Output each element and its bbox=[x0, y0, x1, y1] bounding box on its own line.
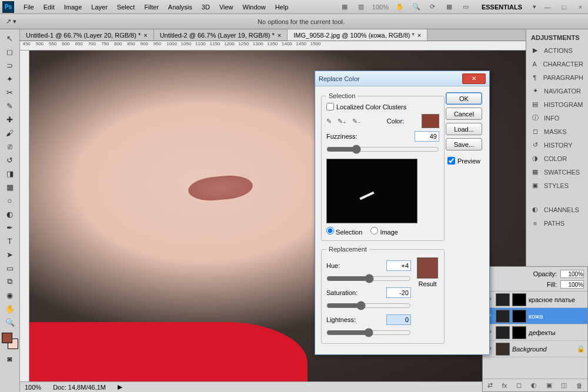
menu-analysis[interactable]: Analysis bbox=[163, 4, 197, 11]
panel-color[interactable]: ◑COLOR bbox=[526, 152, 588, 165]
3d-camera-tool[interactable]: ◉ bbox=[3, 289, 17, 301]
panel-paragraph[interactable]: ¶PARAGRAPH bbox=[526, 71, 588, 84]
doc-tab[interactable]: Untitled-2 @ 66.7% (Layer 19, RGB/8) *× bbox=[154, 29, 288, 41]
fill-input[interactable] bbox=[560, 280, 584, 289]
pen-tool[interactable]: ✒ bbox=[3, 221, 17, 234]
panel-info[interactable]: ⓘINFO bbox=[526, 111, 588, 125]
eyedropper-sub-icon[interactable]: ✎₋ bbox=[352, 118, 361, 125]
path-select-tool[interactable]: ➤ bbox=[3, 248, 17, 261]
preview-checkbox[interactable] bbox=[447, 157, 455, 165]
menu-filter[interactable]: Filter bbox=[139, 4, 163, 11]
fuzziness-input[interactable] bbox=[415, 131, 439, 142]
panel-paths[interactable]: ≡PATHS bbox=[526, 216, 588, 230]
layer-row[interactable]: 👁кожа bbox=[483, 308, 587, 324]
selection-color-swatch[interactable] bbox=[422, 114, 439, 128]
panel-actions[interactable]: ▶ACTIONS bbox=[526, 43, 588, 57]
lasso-tool[interactable]: ⊃ bbox=[3, 59, 17, 72]
rotate-icon[interactable]: ⟳ bbox=[427, 2, 438, 12]
cancel-button[interactable]: Cancel bbox=[446, 108, 482, 120]
shape-tool[interactable]: ▭ bbox=[3, 262, 17, 274]
panel-history[interactable]: ↺HISTORY bbox=[526, 138, 588, 152]
menu-edit[interactable]: Edit bbox=[39, 4, 59, 11]
radio-image[interactable] bbox=[370, 227, 378, 234]
3d-tool[interactable]: ⧉ bbox=[3, 275, 17, 288]
quick-select-tool[interactable]: ✦ bbox=[3, 72, 17, 85]
panel-channels[interactable]: ◐CHANNELS bbox=[526, 203, 588, 216]
brush-tool[interactable]: 🖌 bbox=[3, 126, 17, 139]
move-tool[interactable]: ↖ bbox=[3, 32, 17, 45]
delete-layer-icon[interactable]: 🗑 bbox=[576, 382, 583, 389]
sat-input[interactable] bbox=[386, 287, 411, 298]
dodge-tool[interactable]: ◐ bbox=[3, 207, 17, 220]
zoom-icon[interactable]: 🔍 bbox=[411, 2, 422, 12]
eyedropper-tool[interactable]: ✎ bbox=[3, 99, 17, 112]
panel-swatches[interactable]: ▦SWATCHES bbox=[526, 165, 588, 179]
menu-help[interactable]: Help bbox=[270, 4, 293, 11]
quickmask-tool[interactable]: ◙ bbox=[3, 352, 17, 365]
layer-row[interactable]: 👁красное платье bbox=[483, 292, 587, 308]
layer-row[interactable]: 👁Background🔒 bbox=[483, 341, 587, 357]
ok-button[interactable]: OK bbox=[446, 92, 482, 105]
light-slider[interactable] bbox=[326, 328, 411, 337]
layer-thumb[interactable] bbox=[496, 326, 510, 339]
new-layer-icon[interactable]: ◫ bbox=[561, 381, 567, 389]
blur-tool[interactable]: ○ bbox=[3, 194, 17, 207]
stamp-tool[interactable]: ⎚ bbox=[3, 140, 17, 153]
healing-tool[interactable]: ✚ bbox=[3, 113, 17, 126]
status-zoom[interactable]: 100% bbox=[25, 384, 41, 391]
adjustment-layer-icon[interactable]: ◐ bbox=[531, 381, 537, 389]
panel-styles[interactable]: ▣STYLES bbox=[526, 179, 588, 192]
layer-row[interactable]: 👁дефекты bbox=[483, 324, 587, 341]
panel-adjustments[interactable]: ADJUSTMENTS bbox=[526, 32, 588, 43]
crop-tool[interactable]: ✂ bbox=[3, 86, 17, 99]
tab-close-icon[interactable]: × bbox=[278, 32, 281, 39]
light-input[interactable] bbox=[386, 314, 411, 325]
marquee-tool[interactable]: ◻ bbox=[3, 45, 17, 58]
localized-checkbox[interactable] bbox=[326, 103, 334, 110]
zoom-level[interactable]: 100% bbox=[372, 4, 389, 11]
selection-preview[interactable] bbox=[326, 159, 417, 223]
doc-tab[interactable]: IMG_9058-2.jpg @ 100% (кожа, RGB/8) *× bbox=[288, 29, 427, 41]
menu-image[interactable]: Image bbox=[59, 4, 87, 11]
restore-icon[interactable]: □ bbox=[559, 2, 569, 12]
layer-mask-icon[interactable]: ◻ bbox=[516, 381, 522, 389]
close-icon[interactable]: × bbox=[575, 2, 586, 12]
gradient-tool[interactable]: ▦ bbox=[3, 180, 17, 193]
panel-masks[interactable]: ◻MASKS bbox=[526, 125, 588, 138]
group-icon[interactable]: ▣ bbox=[546, 381, 552, 389]
dialog-titlebar[interactable]: Replace Color ✕ bbox=[315, 71, 489, 86]
dialog-close-button[interactable]: ✕ bbox=[462, 73, 486, 84]
panel-navigator[interactable]: ✦NAVIGATOR bbox=[526, 84, 588, 98]
minimize-icon[interactable]: — bbox=[542, 2, 553, 12]
menu-3d[interactable]: 3D bbox=[197, 4, 215, 11]
tab-close-icon[interactable]: × bbox=[417, 32, 421, 39]
menu-select[interactable]: Select bbox=[112, 4, 140, 11]
screen-mode-icon[interactable]: ▥ bbox=[356, 2, 366, 12]
screen-icon[interactable]: ▭ bbox=[460, 2, 471, 12]
zoom-tool[interactable]: 🔍 bbox=[3, 316, 17, 329]
link-layers-icon[interactable]: ⇄ bbox=[487, 381, 493, 389]
mask-thumb[interactable] bbox=[512, 310, 526, 323]
hue-slider[interactable] bbox=[326, 274, 411, 283]
menu-window[interactable]: Window bbox=[238, 4, 270, 11]
eraser-tool[interactable]: ◨ bbox=[3, 167, 17, 180]
eyedropper-add-icon[interactable]: ✎₊ bbox=[338, 118, 346, 125]
workspace-switcher[interactable]: ESSENTIALS bbox=[477, 2, 527, 12]
result-swatch[interactable] bbox=[417, 257, 438, 279]
radio-selection[interactable] bbox=[326, 227, 334, 234]
doc-tab[interactable]: Untitled-1 @ 66.7% (Layer 20, RGB/8) *× bbox=[20, 29, 154, 41]
menu-file[interactable]: File bbox=[19, 4, 39, 11]
menu-view[interactable]: View bbox=[215, 4, 238, 11]
hand-tool[interactable]: ✋ bbox=[3, 302, 17, 315]
launch-bridge-icon[interactable]: ▦ bbox=[339, 2, 350, 12]
opacity-input[interactable] bbox=[560, 270, 584, 278]
tab-close-icon[interactable]: × bbox=[143, 32, 147, 39]
mask-thumb[interactable] bbox=[512, 293, 526, 306]
status-arrow-icon[interactable]: ▶ bbox=[118, 383, 122, 391]
arrange-icon[interactable]: ▦ bbox=[444, 2, 455, 12]
load-button[interactable]: Load... bbox=[446, 123, 482, 135]
layer-thumb[interactable] bbox=[496, 343, 510, 356]
eyedropper-icon[interactable]: ✎ bbox=[326, 118, 332, 125]
layer-thumb[interactable] bbox=[496, 310, 510, 323]
color-swatches[interactable] bbox=[2, 333, 18, 349]
